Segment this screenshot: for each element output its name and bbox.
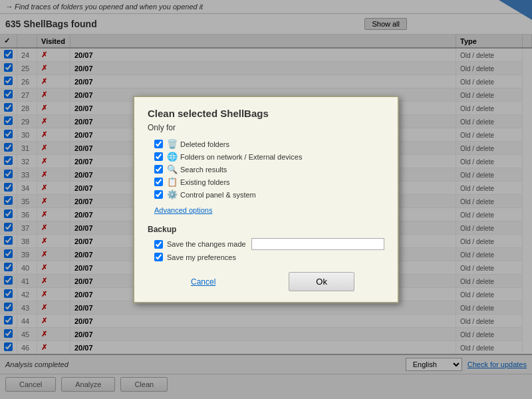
clean-shellbags-modal: Clean selected ShellBags Only for 🗑️ Del… [133, 96, 399, 303]
modal-ok-button[interactable]: Ok [289, 272, 354, 291]
option-existing-folders: 📋 Existing folders [148, 177, 384, 187]
backup-path-input[interactable] [251, 238, 384, 250]
checkbox-save-changes[interactable] [154, 240, 163, 249]
save-preferences-label: Save my preferences [167, 253, 236, 261]
backup-preferences-row: Save my preferences [148, 253, 384, 261]
advanced-options-link[interactable]: Advanced options [148, 206, 384, 214]
network-folders-label: Folders on network / External devices [180, 153, 302, 161]
modal-buttons: Cancel Ok [148, 272, 384, 291]
option-network-folders: 🌐 Folders on network / External devices [148, 152, 384, 162]
checkbox-control-panel[interactable] [154, 190, 163, 199]
modal-subtitle: Only for [148, 123, 384, 132]
checkbox-save-preferences[interactable] [154, 253, 163, 261]
backup-title: Backup [148, 225, 384, 234]
option-search-results: 🔍 Search results [148, 164, 384, 174]
save-changes-label: Save the changes made [167, 240, 246, 248]
checkbox-existing-folders[interactable] [154, 178, 163, 186]
backup-section: Backup Save the changes made Save my pre… [148, 225, 384, 261]
control-panel-icon: ⚙️ [167, 190, 178, 200]
control-panel-label: Control panel & system [180, 191, 256, 199]
search-results-icon: 🔍 [167, 164, 178, 174]
option-deleted-folders: 🗑️ Deleted folders [148, 139, 384, 149]
modal-title: Clean selected ShellBags [148, 108, 384, 119]
modal-cancel-button[interactable]: Cancel [178, 272, 229, 291]
checkbox-deleted-folders[interactable] [154, 140, 163, 148]
checkbox-search-results[interactable] [154, 165, 163, 174]
checkbox-network-folders[interactable] [154, 152, 163, 161]
deleted-folders-icon: 🗑️ [167, 139, 178, 149]
search-results-label: Search results [180, 166, 227, 174]
deleted-folders-label: Deleted folders [180, 140, 229, 148]
existing-folders-icon: 📋 [167, 177, 178, 187]
network-folders-icon: 🌐 [167, 152, 178, 162]
option-control-panel: ⚙️ Control panel & system [148, 190, 384, 200]
modal-overlay: Clean selected ShellBags Only for 🗑️ Del… [0, 0, 532, 399]
backup-changes-row: Save the changes made [148, 238, 384, 250]
existing-folders-label: Existing folders [180, 178, 230, 186]
